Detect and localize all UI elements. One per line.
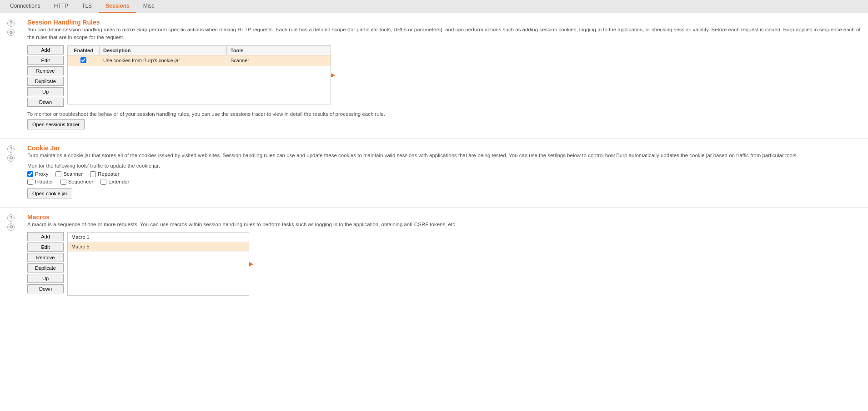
proxy-checkbox[interactable]: [27, 171, 33, 177]
repeater-checkbox-label[interactable]: Repeater: [90, 171, 119, 177]
cookie-help-icon[interactable]: ?: [7, 145, 15, 153]
tracer-text: To monitor or troubleshoot the behavior …: [27, 111, 861, 117]
repeater-label: Repeater: [98, 171, 119, 177]
tracer-area: To monitor or troubleshoot the behavior …: [27, 111, 861, 129]
session-help-icon[interactable]: ?: [7, 20, 15, 27]
macros-body: Macros A macro is a sequence of one or m…: [27, 213, 457, 296]
proxy-label: Proxy: [35, 171, 48, 177]
macros-section: ? ⚙ Macros A macro is a sequence of one …: [0, 208, 868, 305]
table-row[interactable]: Use cookies from Burp's cookie jar Scann…: [68, 55, 331, 66]
open-sessions-tracer-button[interactable]: Open sessions tracer: [27, 119, 85, 129]
sequencer-checkbox[interactable]: [60, 179, 66, 185]
tab-tls[interactable]: TLS: [75, 0, 98, 13]
macros-container: Add Edit Remove Duplicate Up Down Macro …: [27, 232, 457, 296]
macros-settings-icon[interactable]: ⚙: [7, 223, 15, 231]
macros-expand-arrow-icon[interactable]: ▶: [249, 261, 253, 267]
cookie-settings-icon[interactable]: ⚙: [7, 154, 15, 162]
cookie-jar-desc: Burp maintains a cookie jar that stores …: [27, 152, 798, 159]
tab-sessions[interactable]: Sessions: [99, 0, 136, 13]
intruder-label: Intruder: [35, 179, 53, 184]
session-remove-button[interactable]: Remove: [27, 66, 64, 75]
cookie-jar-title: Cookie Jar: [27, 144, 798, 152]
scanner-label: Scanner: [63, 171, 83, 177]
checkboxes-row-1: Proxy Scanner Repeater: [27, 171, 798, 177]
session-edit-button[interactable]: Edit: [27, 56, 64, 65]
session-row-checkbox[interactable]: [80, 57, 86, 63]
open-cookie-jar-button[interactable]: Open cookie jar: [27, 188, 72, 198]
macros-title: Macros: [27, 213, 457, 221]
list-item[interactable]: Macro 5: [68, 242, 249, 252]
cookie-jar-body: Cookie Jar Burp maintains a cookie jar t…: [27, 144, 798, 198]
session-handling-section: ? ⚙ Session Handling Rules You can defin…: [0, 13, 868, 139]
macros-edit-button[interactable]: Edit: [27, 243, 64, 252]
tab-connections[interactable]: Connections: [4, 0, 47, 13]
col-desc-header: Description: [100, 46, 227, 55]
macros-help-icon[interactable]: ?: [7, 214, 15, 222]
session-down-button[interactable]: Down: [27, 98, 64, 107]
session-rules-table: Enabled Description Tools Use cookies fr…: [67, 45, 331, 104]
session-row-tools: Scanner: [227, 56, 331, 65]
sequencer-label: Sequencer: [68, 179, 94, 184]
scanner-checkbox-label[interactable]: Scanner: [55, 171, 83, 177]
session-add-button[interactable]: Add: [27, 45, 64, 54]
macros-btn-col: Add Edit Remove Duplicate Up Down: [27, 232, 64, 293]
col-tools-header: Tools: [227, 46, 331, 55]
checkboxes-row-2: Intruder Sequencer Extender: [27, 179, 798, 185]
monitor-label: Monitor the following tools' traffic to …: [27, 163, 798, 168]
extender-checkbox[interactable]: [100, 179, 106, 185]
session-handling-body: Session Handling Rules You can define se…: [27, 19, 861, 129]
sequencer-checkbox-label[interactable]: Sequencer: [60, 179, 94, 185]
tab-bar: Connections HTTP TLS Sessions Misc: [0, 0, 868, 13]
cookie-jar-btn-area: Open cookie jar: [27, 188, 798, 198]
session-table-body: Use cookies from Burp's cookie jar Scann…: [68, 55, 331, 66]
macros-up-button[interactable]: Up: [27, 274, 64, 283]
session-table-header: Enabled Description Tools: [68, 46, 331, 55]
scanner-checkbox[interactable]: [55, 171, 61, 177]
session-row-desc: Use cookies from Burp's cookie jar: [100, 56, 227, 65]
extender-checkbox-label[interactable]: Extender: [100, 179, 129, 185]
session-handling-desc: You can define session handling rules to…: [27, 26, 861, 42]
expand-arrow-icon[interactable]: ▶: [331, 72, 335, 78]
session-handling-title: Session Handling Rules: [27, 19, 861, 26]
session-row-enabled: [68, 55, 100, 66]
intruder-checkbox[interactable]: [27, 179, 33, 185]
tab-misc[interactable]: Misc: [137, 0, 161, 13]
macros-duplicate-button[interactable]: Duplicate: [27, 263, 64, 272]
intruder-checkbox-label[interactable]: Intruder: [27, 179, 53, 185]
macros-add-button[interactable]: Add: [27, 232, 64, 241]
macros-remove-button[interactable]: Remove: [27, 253, 64, 262]
col-enabled-header: Enabled: [68, 46, 100, 55]
session-rules-container: Add Edit Remove Duplicate Up Down Enable…: [27, 45, 861, 107]
proxy-checkbox-label[interactable]: Proxy: [27, 171, 48, 177]
extender-label: Extender: [108, 179, 129, 184]
macros-down-button[interactable]: Down: [27, 284, 64, 293]
main-content: ? ⚙ Session Handling Rules You can defin…: [0, 13, 868, 411]
macros-table: Macro 1 Macro 5 ▶: [67, 232, 249, 296]
session-settings-icon[interactable]: ⚙: [7, 29, 15, 36]
macros-desc: A macro is a sequence of one or more req…: [27, 221, 457, 228]
tab-http[interactable]: HTTP: [48, 0, 75, 13]
repeater-checkbox[interactable]: [90, 171, 96, 177]
cookie-jar-section: ? ⚙ Cookie Jar Burp maintains a cookie j…: [0, 139, 868, 208]
session-up-button[interactable]: Up: [27, 87, 64, 96]
session-duplicate-button[interactable]: Duplicate: [27, 77, 64, 86]
session-btn-col: Add Edit Remove Duplicate Up Down: [27, 45, 64, 107]
list-item[interactable]: Macro 1: [68, 233, 249, 242]
